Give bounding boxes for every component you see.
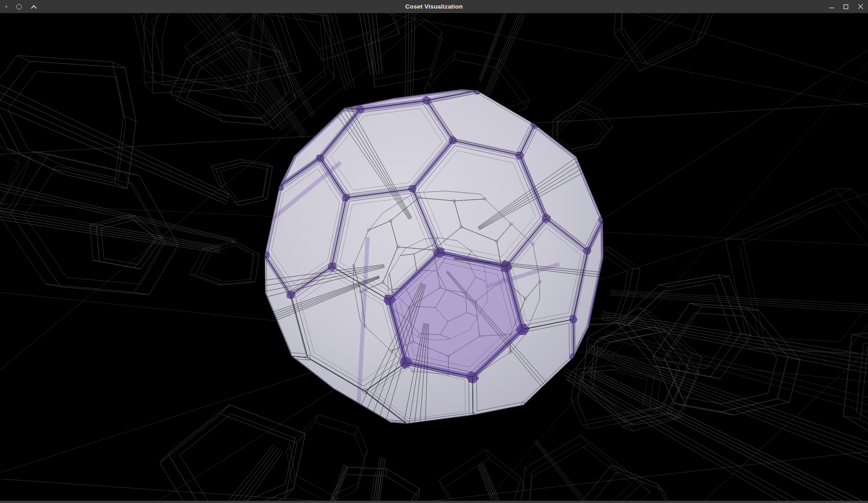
maximize-button[interactable]	[843, 4, 849, 10]
close-button[interactable]	[857, 4, 863, 10]
coset-ball-wireframe	[193, 44, 676, 500]
maximize-icon	[843, 4, 849, 9]
minimize-icon	[829, 4, 835, 9]
window-bottom-border	[0, 501, 868, 503]
window-title: Coset Visualization	[0, 3, 868, 10]
viewport-3d[interactable]	[0, 13, 868, 501]
titlebar-window-controls	[828, 0, 863, 13]
close-icon	[858, 4, 863, 9]
titlebar[interactable]: Coset Visualization	[0, 0, 868, 13]
minimize-button[interactable]	[828, 4, 835, 10]
